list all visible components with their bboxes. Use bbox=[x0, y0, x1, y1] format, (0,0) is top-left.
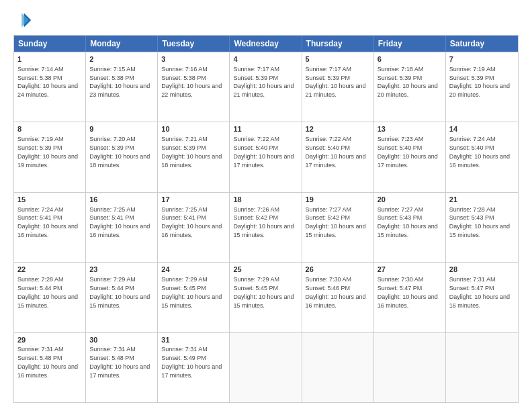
cell-info: Sunrise: 7:31 AMSunset: 5:48 PMDaylight:… bbox=[17, 346, 78, 378]
header bbox=[13, 11, 519, 30]
day-number: 7 bbox=[449, 54, 515, 64]
day-header: Tuesday bbox=[158, 36, 230, 52]
calendar-cell: 30 Sunrise: 7:31 AMSunset: 5:48 PMDaylig… bbox=[86, 333, 158, 402]
page: SundayMondayTuesdayWednesdayThursdayFrid… bbox=[0, 0, 532, 411]
calendar-cell: 18 Sunrise: 7:26 AMSunset: 5:42 PMDaylig… bbox=[230, 193, 302, 262]
day-number: 4 bbox=[233, 54, 298, 64]
day-number: 26 bbox=[306, 265, 370, 275]
calendar-cell: 15 Sunrise: 7:24 AMSunset: 5:41 PMDaylig… bbox=[14, 193, 86, 262]
day-number: 23 bbox=[89, 265, 154, 275]
day-number: 12 bbox=[306, 124, 370, 134]
logo-icon bbox=[13, 11, 32, 30]
calendar-cell: 11 Sunrise: 7:22 AMSunset: 5:40 PMDaylig… bbox=[230, 122, 302, 191]
cell-info: Sunrise: 7:21 AMSunset: 5:39 PMDaylight:… bbox=[161, 136, 222, 168]
cell-info: Sunrise: 7:22 AMSunset: 5:40 PMDaylight:… bbox=[306, 136, 366, 168]
cell-info: Sunrise: 7:22 AMSunset: 5:40 PMDaylight:… bbox=[233, 136, 294, 168]
calendar-cell: 24 Sunrise: 7:29 AMSunset: 5:45 PMDaylig… bbox=[158, 263, 230, 332]
day-number: 13 bbox=[378, 124, 442, 134]
day-number: 25 bbox=[233, 265, 298, 275]
calendar-cell: 17 Sunrise: 7:25 AMSunset: 5:41 PMDaylig… bbox=[158, 193, 230, 262]
cell-info: Sunrise: 7:24 AMSunset: 5:40 PMDaylight:… bbox=[449, 136, 510, 168]
logo bbox=[13, 11, 35, 30]
cell-info: Sunrise: 7:15 AMSunset: 5:38 PMDaylight:… bbox=[89, 66, 150, 98]
calendar-cell: 29 Sunrise: 7:31 AMSunset: 5:48 PMDaylig… bbox=[14, 333, 86, 402]
calendar-cell: 22 Sunrise: 7:28 AMSunset: 5:44 PMDaylig… bbox=[14, 263, 86, 332]
day-number: 16 bbox=[89, 195, 154, 205]
calendar: SundayMondayTuesdayWednesdayThursdayFrid… bbox=[13, 35, 519, 403]
day-number: 8 bbox=[17, 124, 82, 134]
day-number: 9 bbox=[89, 124, 154, 134]
day-number: 2 bbox=[89, 54, 154, 64]
calendar-cell: 19 Sunrise: 7:27 AMSunset: 5:42 PMDaylig… bbox=[302, 193, 374, 262]
day-number: 14 bbox=[449, 124, 515, 134]
calendar-week-row: 15 Sunrise: 7:24 AMSunset: 5:41 PMDaylig… bbox=[14, 192, 518, 262]
calendar-cell: 13 Sunrise: 7:23 AMSunset: 5:40 PMDaylig… bbox=[374, 122, 446, 191]
calendar-cell: 21 Sunrise: 7:28 AMSunset: 5:43 PMDaylig… bbox=[446, 193, 518, 262]
day-header: Monday bbox=[86, 36, 158, 52]
cell-info: Sunrise: 7:31 AMSunset: 5:47 PMDaylight:… bbox=[449, 276, 510, 308]
cell-info: Sunrise: 7:17 AMSunset: 5:39 PMDaylight:… bbox=[233, 66, 294, 98]
calendar-cell: 31 Sunrise: 7:31 AMSunset: 5:49 PMDaylig… bbox=[158, 333, 230, 402]
cell-info: Sunrise: 7:27 AMSunset: 5:42 PMDaylight:… bbox=[306, 206, 366, 238]
day-header: Saturday bbox=[446, 36, 518, 52]
calendar-cell: 3 Sunrise: 7:16 AMSunset: 5:38 PMDayligh… bbox=[158, 52, 230, 122]
calendar-cell: 14 Sunrise: 7:24 AMSunset: 5:40 PMDaylig… bbox=[446, 122, 518, 191]
day-number: 11 bbox=[233, 124, 298, 134]
cell-info: Sunrise: 7:28 AMSunset: 5:44 PMDaylight:… bbox=[17, 276, 78, 308]
cell-info: Sunrise: 7:29 AMSunset: 5:45 PMDaylight:… bbox=[233, 276, 294, 308]
calendar-cell: 20 Sunrise: 7:27 AMSunset: 5:43 PMDaylig… bbox=[374, 193, 446, 262]
day-number: 6 bbox=[378, 54, 442, 64]
day-number: 31 bbox=[161, 335, 226, 345]
day-header: Wednesday bbox=[230, 36, 302, 52]
day-number: 27 bbox=[378, 265, 442, 275]
day-header: Friday bbox=[374, 36, 446, 52]
cell-info: Sunrise: 7:16 AMSunset: 5:38 PMDaylight:… bbox=[161, 66, 222, 98]
day-number: 3 bbox=[161, 54, 226, 64]
calendar-cell: 7 Sunrise: 7:19 AMSunset: 5:39 PMDayligh… bbox=[446, 52, 518, 122]
day-number: 22 bbox=[17, 265, 82, 275]
calendar-cell: 8 Sunrise: 7:19 AMSunset: 5:39 PMDayligh… bbox=[14, 122, 86, 191]
cell-info: Sunrise: 7:30 AMSunset: 5:46 PMDaylight:… bbox=[306, 276, 366, 308]
cell-info: Sunrise: 7:26 AMSunset: 5:42 PMDaylight:… bbox=[233, 206, 294, 238]
day-header: Sunday bbox=[14, 36, 86, 52]
cell-info: Sunrise: 7:29 AMSunset: 5:44 PMDaylight:… bbox=[89, 276, 150, 308]
day-header: Thursday bbox=[302, 36, 374, 52]
cell-info: Sunrise: 7:17 AMSunset: 5:39 PMDaylight:… bbox=[306, 66, 366, 98]
day-number: 18 bbox=[233, 195, 298, 205]
day-number: 21 bbox=[449, 195, 515, 205]
cell-info: Sunrise: 7:20 AMSunset: 5:39 PMDaylight:… bbox=[89, 136, 150, 168]
calendar-cell: 28 Sunrise: 7:31 AMSunset: 5:47 PMDaylig… bbox=[446, 263, 518, 332]
day-number: 24 bbox=[161, 265, 226, 275]
calendar-week-row: 29 Sunrise: 7:31 AMSunset: 5:48 PMDaylig… bbox=[14, 332, 518, 402]
cell-info: Sunrise: 7:25 AMSunset: 5:41 PMDaylight:… bbox=[161, 206, 222, 238]
cell-info: Sunrise: 7:31 AMSunset: 5:48 PMDaylight:… bbox=[89, 346, 150, 378]
calendar-week-row: 8 Sunrise: 7:19 AMSunset: 5:39 PMDayligh… bbox=[14, 122, 518, 191]
day-number: 28 bbox=[449, 265, 515, 275]
calendar-cell: 1 Sunrise: 7:14 AMSunset: 5:38 PMDayligh… bbox=[14, 52, 86, 122]
cell-info: Sunrise: 7:30 AMSunset: 5:47 PMDaylight:… bbox=[378, 276, 438, 308]
cell-info: Sunrise: 7:27 AMSunset: 5:43 PMDaylight:… bbox=[378, 206, 438, 238]
day-number: 29 bbox=[17, 335, 82, 345]
calendar-cell: 5 Sunrise: 7:17 AMSunset: 5:39 PMDayligh… bbox=[302, 52, 374, 122]
cell-info: Sunrise: 7:18 AMSunset: 5:39 PMDaylight:… bbox=[378, 66, 438, 98]
cell-info: Sunrise: 7:28 AMSunset: 5:43 PMDaylight:… bbox=[449, 206, 510, 238]
cell-info: Sunrise: 7:24 AMSunset: 5:41 PMDaylight:… bbox=[17, 206, 78, 238]
cell-info: Sunrise: 7:31 AMSunset: 5:49 PMDaylight:… bbox=[161, 346, 222, 378]
calendar-cell: 10 Sunrise: 7:21 AMSunset: 5:39 PMDaylig… bbox=[158, 122, 230, 191]
calendar-header: SundayMondayTuesdayWednesdayThursdayFrid… bbox=[14, 36, 518, 52]
calendar-cell-empty bbox=[446, 333, 518, 402]
calendar-week-row: 1 Sunrise: 7:14 AMSunset: 5:38 PMDayligh… bbox=[14, 52, 518, 122]
day-number: 19 bbox=[306, 195, 370, 205]
day-number: 20 bbox=[378, 195, 442, 205]
calendar-cell: 23 Sunrise: 7:29 AMSunset: 5:44 PMDaylig… bbox=[86, 263, 158, 332]
day-number: 15 bbox=[17, 195, 82, 205]
calendar-cell: 25 Sunrise: 7:29 AMSunset: 5:45 PMDaylig… bbox=[230, 263, 302, 332]
cell-info: Sunrise: 7:29 AMSunset: 5:45 PMDaylight:… bbox=[161, 276, 222, 308]
calendar-week-row: 22 Sunrise: 7:28 AMSunset: 5:44 PMDaylig… bbox=[14, 262, 518, 332]
calendar-cell: 26 Sunrise: 7:30 AMSunset: 5:46 PMDaylig… bbox=[302, 263, 374, 332]
calendar-cell: 2 Sunrise: 7:15 AMSunset: 5:38 PMDayligh… bbox=[86, 52, 158, 122]
calendar-cell: 4 Sunrise: 7:17 AMSunset: 5:39 PMDayligh… bbox=[230, 52, 302, 122]
calendar-cell: 12 Sunrise: 7:22 AMSunset: 5:40 PMDaylig… bbox=[302, 122, 374, 191]
cell-info: Sunrise: 7:19 AMSunset: 5:39 PMDaylight:… bbox=[449, 66, 510, 98]
cell-info: Sunrise: 7:19 AMSunset: 5:39 PMDaylight:… bbox=[17, 136, 78, 168]
